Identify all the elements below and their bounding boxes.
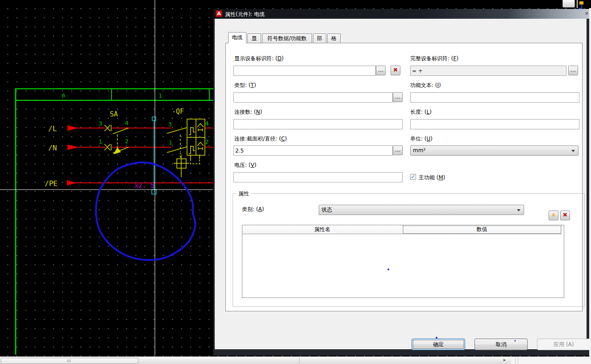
display-dt-browse-button[interactable]: … <box>376 66 386 75</box>
svg-text:4: 4 <box>205 120 209 127</box>
display-dt-delete-button[interactable]: ✖ <box>391 66 400 75</box>
column-label-0: 0 <box>62 92 65 99</box>
svg-text:2: 2 <box>125 138 129 145</box>
svg-text:3: 3 <box>99 120 102 127</box>
cancel-button[interactable]: 取消 <box>474 339 528 350</box>
column-label-1: 1 <box>158 92 162 99</box>
ok-button[interactable]: 确定 <box>412 339 465 350</box>
svg-text:3: 3 <box>168 121 172 128</box>
chevron-down-icon <box>571 150 575 152</box>
switch-sa-label: SA <box>110 110 118 118</box>
qf-terminal-numbers: 3 4 1 2 <box>168 120 209 146</box>
horizontal-scrollbar[interactable]: ▸ <box>0 356 591 364</box>
dialog-titlebar[interactable]: A 属性(元件): 电缆 ✕ <box>213 9 591 19</box>
sa-terminal-numbers: 3 4 1 2 <box>99 120 129 145</box>
tab-symbol-function-data[interactable]: 符号数据/功能数据 <box>262 33 312 43</box>
unit-value: mm² <box>413 147 425 153</box>
column-header-property-name[interactable]: 属性名 <box>242 225 403 234</box>
full-dt-label: 完整设备标识符: (F) <box>410 55 458 62</box>
attributes-groupbox: 属性 类别: (A) 状态 ✳ ✖ 属性名 数值 <box>233 193 585 307</box>
cursor-annotation-text: x2. 5 <box>134 182 154 190</box>
type-input[interactable] <box>233 92 393 103</box>
scrollbar-thumb[interactable] <box>1 358 138 364</box>
unit-select[interactable]: mm² <box>410 145 579 156</box>
background-toolbar-icon <box>579 1 588 10</box>
eplan-logo-icon: A <box>216 10 222 17</box>
attributes-table: 属性名 数值 <box>242 225 564 298</box>
attributes-legend: 属性 <box>237 190 251 198</box>
wire-arrows <box>67 125 79 186</box>
background-window-divider <box>577 0 578 8</box>
tab-format[interactable]: 格式 <box>327 33 341 43</box>
scrollbar-endcap <box>299 357 300 364</box>
annotation-circle <box>96 162 196 260</box>
delete-attribute-button[interactable]: ✖ <box>560 211 570 220</box>
crosshair-cursor <box>0 0 213 356</box>
wire-label-l: /L <box>48 124 57 133</box>
chevron-down-icon <box>517 209 520 211</box>
breaker-qf-label: -QF <box>172 108 184 116</box>
svg-text:2: 2 <box>205 138 209 145</box>
thumb-grip <box>70 360 71 362</box>
length-input[interactable] <box>410 119 579 129</box>
display-dt-label: 显示设备标识符: (D) <box>234 55 283 62</box>
cross-section-label: 连接:截面积/直径: (C) <box>234 135 287 143</box>
unit-label: 单位: (U) <box>410 135 433 143</box>
thumb-grip <box>67 360 68 362</box>
tab-display[interactable]: 显示 <box>247 33 261 43</box>
properties-dialog: A 属性(元件): 电缆 ✕ 电缆 显示 符号数据/功能数据 部件 格式 显示设… <box>213 9 591 356</box>
svg-text:1: 1 <box>99 138 102 145</box>
column-header-value[interactable]: 数值 <box>403 225 562 234</box>
type-browse-button[interactable]: … <box>393 92 403 102</box>
full-dt-browse-button[interactable]: … <box>568 66 578 75</box>
cross-section-browse-button[interactable]: … <box>393 145 403 155</box>
close-icon[interactable]: ✕ <box>585 11 589 17</box>
display-dt-input[interactable] <box>233 66 376 76</box>
svg-text:4: 4 <box>125 120 129 126</box>
conn-count-label: 连接数: (N) <box>234 108 262 116</box>
category-value: 状态 <box>321 207 332 213</box>
dialog-body: 电缆 显示 符号数据/功能数据 部件 格式 显示设备标识符: (D) … ✖ 完… <box>215 19 587 349</box>
main-function-checkbox[interactable]: ✓ <box>410 174 416 180</box>
cross-section-input[interactable] <box>233 145 393 156</box>
length-label: 长度: (L) <box>410 108 432 116</box>
scroll-right-icon[interactable]: ▸ <box>504 357 506 362</box>
background-window-button <box>562 0 575 8</box>
tab-page-cable: 显示设备标识符: (D) … ✖ 完整设备标识符: (F) … 类型: (T) … <box>225 43 583 311</box>
screen: 0 1 /L /N /PE SA 3 <box>0 0 591 364</box>
main-function-label: 主功能 (M) <box>419 174 445 182</box>
screen-edge-strip <box>589 8 591 356</box>
wire-label-pe: /PE <box>45 179 58 188</box>
function-text-input[interactable] <box>410 92 579 103</box>
voltage-input[interactable] <box>233 172 403 182</box>
conn-count-input[interactable] <box>233 119 403 129</box>
apply-button: 应用 (A) <box>537 339 591 350</box>
voltage-label: 电压: (V) <box>234 161 256 169</box>
category-select[interactable]: 状态 <box>319 205 524 215</box>
type-label: 类型: (T) <box>234 82 256 89</box>
tab-cable[interactable]: 电缆 <box>228 32 246 43</box>
svg-text:1: 1 <box>169 139 172 146</box>
wire-label-n: /N <box>48 144 57 152</box>
new-attribute-button[interactable]: ✳ <box>549 211 558 220</box>
statusbar-right-panel <box>511 357 591 364</box>
category-label: 类别: (A) <box>242 206 264 213</box>
full-dt-input[interactable] <box>410 66 566 76</box>
dialog-title: 属性(元件): 电缆 <box>225 11 265 18</box>
breaker-qf-symbol <box>167 119 205 177</box>
tab-parts[interactable]: 部件 <box>313 33 326 43</box>
function-text-label: 功能文本: (I) <box>410 82 441 89</box>
thumb-grip <box>69 360 69 362</box>
switch-sa-arrow <box>113 147 121 154</box>
